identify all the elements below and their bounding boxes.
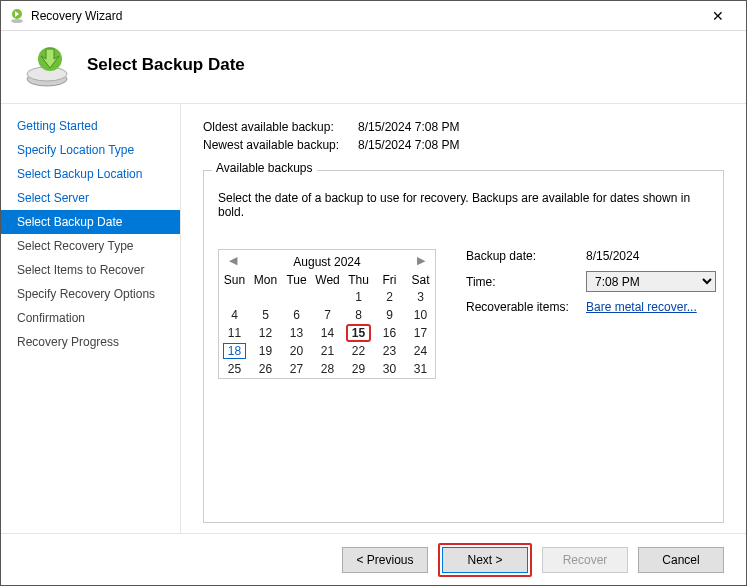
calendar-day[interactable]: 7 (312, 306, 343, 324)
next-button[interactable]: Next > (442, 547, 528, 573)
calendar-day[interactable]: 13 (281, 324, 312, 342)
wizard-step[interactable]: Specify Recovery Options (1, 282, 180, 306)
wizard-step[interactable]: Specify Location Type (1, 138, 180, 162)
svg-point-1 (11, 19, 23, 23)
calendar-day[interactable]: 5 (250, 306, 281, 324)
calendar-day[interactable]: 14 (312, 324, 343, 342)
app-icon (9, 8, 25, 24)
time-label: Time: (466, 275, 586, 289)
wizard-step[interactable]: Select Recovery Type (1, 234, 180, 258)
calendar-day[interactable]: 15 (343, 324, 374, 342)
wizard-step[interactable]: Getting Started (1, 114, 180, 138)
calendar-day[interactable]: 6 (281, 306, 312, 324)
calendar-weekday: Tue (281, 272, 312, 288)
calendar-day[interactable]: 28 (312, 360, 343, 378)
backup-range-info: Oldest available backup: 8/15/2024 7:08 … (203, 120, 724, 156)
calendar-day (312, 288, 343, 306)
close-button[interactable]: ✕ (698, 8, 738, 24)
newest-backup-label: Newest available backup: (203, 138, 358, 152)
calendar-day[interactable]: 30 (374, 360, 405, 378)
calendar-day[interactable]: 20 (281, 342, 312, 360)
wizard-step[interactable]: Select Server (1, 186, 180, 210)
calendar-weekday: Mon (250, 272, 281, 288)
calendar-weekday: Thu (343, 272, 374, 288)
titlebar: Recovery Wizard ✕ (1, 1, 746, 31)
calendar-day[interactable]: 8 (343, 306, 374, 324)
calendar-next-month[interactable]: ▶ (411, 254, 431, 267)
recovery-wizard-icon (23, 41, 71, 89)
calendar-day[interactable]: 26 (250, 360, 281, 378)
recoverable-items-label: Recoverable items: (466, 300, 586, 314)
available-backups-group: Available backups Select the date of a b… (203, 170, 724, 523)
backup-date-value: 8/15/2024 (586, 249, 639, 263)
recoverable-items-link[interactable]: Bare metal recover... (586, 300, 697, 314)
calendar-day[interactable]: 11 (219, 324, 250, 342)
newest-backup-value: 8/15/2024 7:08 PM (358, 138, 459, 152)
wizard-step[interactable]: Select Backup Date (1, 210, 180, 234)
calendar-day[interactable]: 12 (250, 324, 281, 342)
group-hint: Select the date of a backup to use for r… (218, 191, 709, 219)
calendar-day[interactable]: 21 (312, 342, 343, 360)
wizard-step[interactable]: Recovery Progress (1, 330, 180, 354)
calendar-day[interactable]: 23 (374, 342, 405, 360)
wizard-step[interactable]: Confirmation (1, 306, 180, 330)
calendar-day[interactable]: 19 (250, 342, 281, 360)
calendar-day (250, 288, 281, 306)
calendar-day[interactable]: 18 (219, 342, 250, 360)
calendar-day[interactable]: 22 (343, 342, 374, 360)
recover-button: Recover (542, 547, 628, 573)
wizard-steps-sidebar: Getting StartedSpecify Location TypeSele… (1, 104, 181, 533)
wizard-step[interactable]: Select Backup Location (1, 162, 180, 186)
oldest-backup-value: 8/15/2024 7:08 PM (358, 120, 459, 134)
calendar-day[interactable]: 10 (405, 306, 436, 324)
backup-date-label: Backup date: (466, 249, 586, 263)
calendar-month-label: August 2024 (293, 255, 360, 269)
main-panel: Oldest available backup: 8/15/2024 7:08 … (181, 104, 746, 533)
calendar-day[interactable]: 17 (405, 324, 436, 342)
wizard-step[interactable]: Select Items to Recover (1, 258, 180, 282)
previous-button[interactable]: < Previous (342, 547, 428, 573)
time-select[interactable]: 7:08 PM (586, 271, 716, 292)
page-header: Select Backup Date (1, 31, 746, 103)
calendar[interactable]: ◀ August 2024 ▶ SunMonTueWedThuFriSat 12… (218, 249, 436, 379)
calendar-day[interactable]: 1 (343, 288, 374, 306)
calendar-day[interactable]: 31 (405, 360, 436, 378)
calendar-day[interactable]: 29 (343, 360, 374, 378)
next-button-highlight: Next > (438, 543, 532, 577)
calendar-grid: SunMonTueWedThuFriSat 123456789101112131… (219, 272, 436, 378)
group-legend: Available backups (212, 161, 317, 175)
calendar-day[interactable]: 27 (281, 360, 312, 378)
calendar-day (281, 288, 312, 306)
calendar-day (219, 288, 250, 306)
recovery-wizard-window: Recovery Wizard ✕ Select Backup Date Get… (0, 0, 747, 586)
calendar-day[interactable]: 9 (374, 306, 405, 324)
oldest-backup-label: Oldest available backup: (203, 120, 358, 134)
calendar-day[interactable]: 24 (405, 342, 436, 360)
calendar-prev-month[interactable]: ◀ (223, 254, 243, 267)
calendar-day[interactable]: 25 (219, 360, 250, 378)
window-title: Recovery Wizard (31, 9, 698, 23)
calendar-day[interactable]: 3 (405, 288, 436, 306)
calendar-weekday: Fri (374, 272, 405, 288)
cancel-button[interactable]: Cancel (638, 547, 724, 573)
calendar-weekday: Wed (312, 272, 343, 288)
calendar-weekday: Sat (405, 272, 436, 288)
calendar-weekday: Sun (219, 272, 250, 288)
calendar-day[interactable]: 16 (374, 324, 405, 342)
page-title: Select Backup Date (87, 55, 245, 75)
calendar-day[interactable]: 4 (219, 306, 250, 324)
wizard-footer: < Previous Next > Recover Cancel (1, 533, 746, 585)
backup-details: Backup date: 8/15/2024 Time: 7:08 PM Rec… (466, 249, 716, 322)
calendar-day[interactable]: 2 (374, 288, 405, 306)
